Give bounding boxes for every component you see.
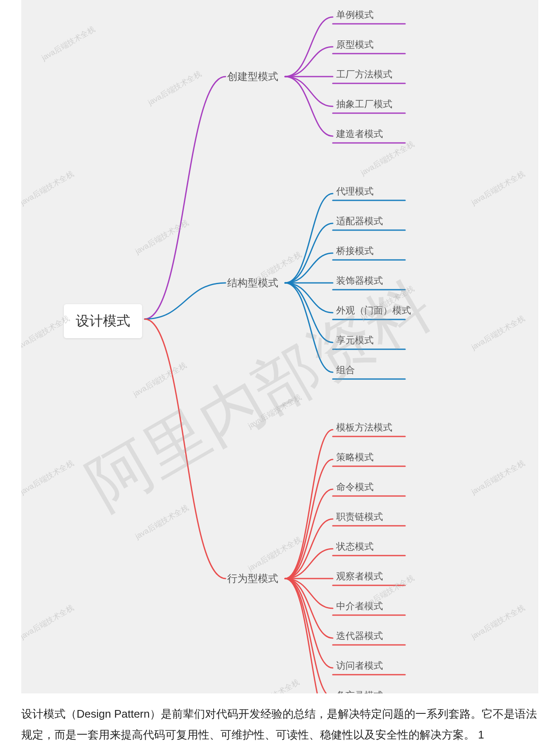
leaf-behavioral-1: 策略模式 [336,451,374,464]
leaf-behavioral-3: 职责链模式 [336,510,383,523]
root-label: 设计模式 [76,313,130,328]
leaf-behavioral-8: 访问者模式 [336,659,383,672]
leaf-behavioral-7: 迭代器模式 [336,630,383,642]
leaf-structural-0: 代理模式 [336,185,374,198]
leaf-structural-3: 装饰器模式 [336,274,383,287]
leaf-creational-2: 工厂方法模式 [336,68,392,81]
leaf-behavioral-6: 中介者模式 [336,600,383,613]
leaf-structural-2: 桥接模式 [336,245,374,257]
leaf-creational-0: 单例模式 [336,9,374,21]
leaf-behavioral-0: 模板方法模式 [336,421,392,434]
leaf-creational-4: 建造者模式 [336,128,383,140]
leaf-structural-5: 享元模式 [336,334,374,347]
leaf-behavioral-4: 状态模式 [336,540,374,553]
leaf-structural-4: 外观（门面）模式 [336,304,411,317]
leaf-creational-1: 原型模式 [336,38,374,51]
leaf-structural-6: 组合 [336,364,355,376]
leaf-behavioral-5: 观察者模式 [336,570,383,583]
description-text: 设计模式（Design Pattern）是前辈们对代码开发经验的总结，是解决特定… [21,704,539,746]
category-behavioral: 行为型模式 [227,572,278,585]
leaf-creational-3: 抽象工厂模式 [336,98,392,111]
mindmap-canvas: 设计模式 创建型模式单例模式原型模式工厂方法模式抽象工厂模式建造者模式结构型模式… [21,0,538,693]
category-structural: 结构型模式 [227,276,278,290]
leaf-behavioral-9: 备忘录模式 [336,689,383,693]
leaf-structural-1: 适配器模式 [336,215,383,228]
leaf-behavioral-2: 命令模式 [336,481,374,493]
root-node: 设计模式 [64,304,142,338]
category-creational: 创建型模式 [227,70,278,83]
